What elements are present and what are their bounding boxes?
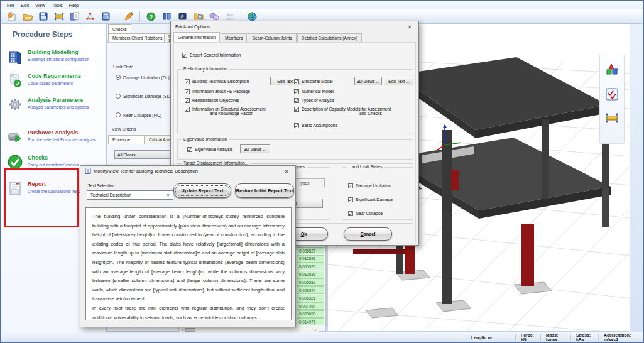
result-cell[interactable]: 0,005321	[297, 295, 324, 302]
scroll-left-icon[interactable]: ◂	[179, 328, 185, 332]
code-scroll-icon	[6, 72, 24, 89]
scroll-right-icon[interactable]: ▸	[313, 328, 319, 332]
report-book-icon[interactable]	[67, 10, 82, 23]
member-release-icon[interactable]	[605, 113, 619, 126]
checkbox-label-line2: and Checks	[302, 111, 382, 116]
radio-significant-damage[interactable]: Significant Damage (SD)	[116, 94, 172, 99]
menu-edit[interactable]: Edit	[18, 3, 32, 8]
checkbox-label: Basic Assumptions	[302, 123, 337, 128]
text-selection-dropdown[interactable]: Technical Description ∨	[87, 190, 173, 200]
tab-members[interactable]: Members	[221, 33, 247, 42]
result-cell[interactable]: 0,007464	[297, 302, 324, 310]
result-cell[interactable]: 0,005587	[297, 278, 324, 286]
types-of-analysis-checkbox[interactable]: Types of Analysis	[294, 98, 335, 103]
sidebar-item-building-modelling[interactable]: Building Modelling Building's structural…	[5, 48, 104, 72]
view-tab-envelope[interactable]: Envelope	[108, 135, 145, 144]
step-title: Code Requirements	[28, 73, 81, 79]
checkbox-icon	[294, 89, 299, 94]
checks-tab[interactable]: Checks	[108, 24, 131, 33]
viewport-toolbar	[599, 55, 625, 144]
result-cell[interactable]: 0,008844	[297, 286, 324, 294]
checklist-icon[interactable]	[606, 88, 618, 103]
checkbox-label: Numerical Model	[302, 89, 334, 94]
close-icon[interactable]: ✕	[405, 24, 414, 30]
toolbar-separator	[139, 11, 140, 22]
step-subtitle: Analysis parameters and options	[28, 105, 103, 109]
text-selection-value: Technical Description	[90, 193, 131, 197]
eigenvalue-analysis-checkbox[interactable]: Eigenvalue Analysis	[187, 147, 232, 152]
eigenvalue-3d-views-button[interactable]: 3D Views ...	[240, 144, 270, 153]
update-report-text-button[interactable]: Update Report Text	[173, 183, 231, 198]
radio-label: Near Collapse (NC)	[123, 113, 161, 117]
significant-damage-checkbox[interactable]: Significant Damage	[348, 197, 393, 202]
menu-tools[interactable]: Tools	[48, 3, 66, 8]
printout-dialog-titlebar[interactable]: Print-out Options ✕	[171, 21, 418, 32]
modify-dialog-titlebar[interactable]: Modify/View Text for Building Technical …	[80, 166, 295, 177]
sidebar-item-analysis-parameters[interactable]: Analysis Parameters Analysis parameters …	[5, 95, 104, 119]
rehabilitation-objectives-checkbox[interactable]: Rehabilitation Objectives	[185, 98, 239, 103]
result-cell[interactable]: 0,013536	[297, 271, 324, 278]
fe-package-checkbox[interactable]: Information about FE Package	[185, 89, 250, 94]
checkbox-label: Export General Information	[190, 53, 241, 57]
group-label: Target Displacement Information...	[182, 161, 251, 165]
radio-near-collapse[interactable]: Near Collapse (NC)	[116, 112, 161, 117]
checkbox-icon	[294, 98, 299, 103]
radio-label: Damage Limitation (DL)	[123, 75, 170, 80]
menu-help[interactable]: Help	[66, 3, 82, 8]
subtab-members-chord-rotations[interactable]: Members Chord Rotations	[108, 33, 166, 42]
checkbox-icon	[185, 89, 190, 94]
checkbox-icon	[294, 123, 299, 128]
model-wireframe-icon[interactable]	[83, 10, 97, 23]
numerical-model-checkbox[interactable]: Numerical Model	[294, 89, 334, 94]
result-cell[interactable]: 0,014976	[297, 318, 324, 325]
result-cell[interactable]: 0,005655	[297, 310, 324, 318]
radio-label: Significant Damage (SD)	[123, 94, 172, 99]
checkbox-label: Rehabilitation Objectives	[192, 98, 239, 102]
menu-file[interactable]: File	[4, 3, 18, 8]
status-stress-units: Stress: kPa	[570, 334, 598, 341]
structural-model-3d-views-button[interactable]: 3D Views ...	[354, 77, 382, 85]
result-cell[interactable]: 0,012896	[297, 255, 324, 263]
radio-icon	[116, 75, 121, 80]
toolbar-separator	[117, 11, 117, 22]
building-technical-description-checkbox[interactable]: Building Technical Description	[185, 79, 249, 84]
radio-damage-limitation[interactable]: Damage Limitation (DL)	[116, 75, 170, 80]
chevron-down-icon: ∨	[166, 193, 170, 198]
printout-tabs: General Information Members Beam-Column …	[173, 32, 363, 42]
close-icon[interactable]: ✕	[282, 168, 291, 175]
damage-limitation-checkbox[interactable]: Damage Limitation	[348, 183, 391, 188]
menu-view[interactable]: View	[32, 3, 48, 8]
save-icon[interactable]	[36, 10, 50, 23]
tab-beam-column-joints[interactable]: Beam-Column Joints	[248, 33, 296, 42]
technical-description-textarea[interactable]: The building under consideration is a [N…	[85, 207, 292, 320]
tab-detailed-calculations[interactable]: Detailed Calculations (Annex)	[297, 33, 363, 42]
restore-initial-report-text-button[interactable]: Restore Initial Report Text	[235, 183, 294, 198]
open-project-icon[interactable]	[20, 10, 35, 23]
help-icon[interactable]: ?	[144, 10, 158, 23]
checkbox-icon	[348, 211, 353, 216]
shapes-3d-icon[interactable]	[605, 63, 619, 78]
result-cell[interactable]: 0,005520	[297, 263, 324, 270]
structural-model-edit-text-button[interactable]: Edit Text ...	[385, 77, 413, 85]
near-collapse-checkbox[interactable]: Near Collapse	[348, 211, 383, 216]
member-icon[interactable]	[52, 10, 66, 23]
group-label: Preliminary Information	[182, 67, 229, 71]
result-cell[interactable]: 0,006527	[297, 247, 324, 254]
tab-general-information[interactable]: General Information	[173, 32, 220, 42]
calculator-icon[interactable]	[99, 10, 113, 23]
new-file-icon[interactable]	[4, 10, 19, 23]
capacity-models-checkbox[interactable]: Description of Capacity Models for Asses…	[294, 107, 391, 116]
floors-dropdown[interactable]: All Floors▼	[114, 150, 177, 159]
sidebar-item-code-requirements[interactable]: Code Requirements Code-based parameters	[5, 72, 104, 95]
cancel-button[interactable]: Cancel	[344, 227, 392, 241]
field-fragment: lyses	[300, 181, 310, 185]
structural-model-checkbox[interactable]: Structural Model	[294, 79, 333, 84]
checkbox-icon	[182, 53, 187, 58]
brush-icon[interactable]	[121, 10, 136, 23]
checkbox-label: Damage Limitation	[356, 183, 391, 188]
basic-assumptions-checkbox[interactable]: Basic Assumptions	[294, 123, 337, 128]
export-general-information-checkbox[interactable]: Export General Information	[182, 53, 241, 58]
structural-assessment-checkbox[interactable]: Information on Structural Assessement an…	[185, 107, 266, 116]
sidebar-item-pushover-analysis[interactable]: Pushover Analysis Run the selected Pusho…	[5, 128, 104, 152]
checkbox-icon	[294, 79, 299, 84]
